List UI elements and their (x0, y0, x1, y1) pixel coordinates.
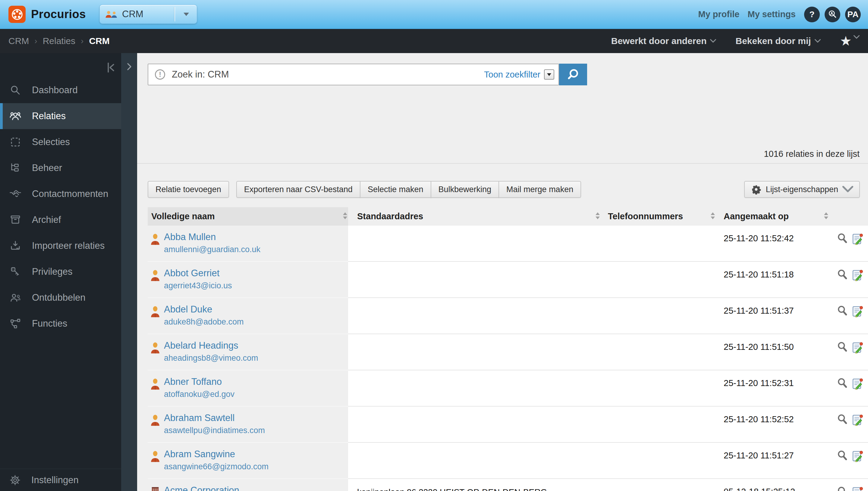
edit-record-button[interactable] (852, 305, 863, 317)
crm-people-icon (104, 10, 119, 19)
edit-record-button[interactable] (852, 450, 863, 462)
column-header-volledige-naam[interactable]: Volledige naam (151, 211, 215, 221)
help-button[interactable]: ? (804, 7, 820, 22)
view-record-button[interactable] (837, 305, 848, 317)
main-content: ! Zoek in: CRM Toon zoekfilter 1016 rela… (137, 53, 868, 491)
breadcrumb-item-relaties[interactable]: Relaties (43, 36, 75, 46)
table-header: Volledige naam Standaardadres Telefoonnu… (148, 207, 868, 226)
sidebar-item-archief[interactable]: Archief (0, 207, 121, 233)
view-record-button[interactable] (837, 232, 848, 245)
sidebar-item-label: Functies (32, 318, 67, 329)
my-settings-link[interactable]: My settings (747, 9, 796, 19)
sort-icon[interactable] (824, 212, 828, 219)
table-row: Abdel Duke aduke8h@adobe.com 25-11-20 11… (148, 298, 868, 334)
sidebar-item-functies[interactable]: Functies (0, 311, 121, 337)
expand-panel-button[interactable] (125, 62, 134, 71)
sidebar-item-label: Ontdubbelen (32, 292, 86, 303)
bewerkt-door-anderen-dropdown[interactable]: Bewerkt door anderen (611, 36, 716, 46)
chevron-down-icon (710, 39, 716, 43)
avatar[interactable]: PA (845, 7, 861, 22)
row-actions (837, 268, 863, 281)
relation-email-link[interactable]: amullenni@guardian.co.uk (164, 245, 260, 254)
app-selector-dropdown[interactable]: CRM (99, 4, 197, 24)
view-record-button[interactable] (837, 486, 848, 491)
sidebar-item-importeer[interactable]: Importeer relaties (0, 233, 121, 259)
chevron-down-icon (815, 39, 821, 43)
edit-record-button[interactable] (852, 268, 863, 281)
sidebar-item-selecties[interactable]: Selecties (0, 129, 121, 155)
sidebar-item-beheer[interactable]: Beheer (0, 155, 121, 181)
breadcrumb-actions: Bewerkt door anderenBekeken door mij ★ (611, 35, 860, 47)
relation-email-link[interactable]: atoffanoku@ed.gov (164, 389, 235, 399)
view-record-button[interactable] (837, 268, 848, 281)
edit-record-button[interactable] (852, 413, 863, 426)
privileges-icon (9, 265, 22, 278)
favorites-button[interactable]: ★ (840, 35, 860, 47)
relation-name-link[interactable]: Acme Corporation (164, 485, 291, 491)
edit-record-button[interactable] (852, 232, 863, 245)
search-input[interactable]: ! Zoek in: CRM Toon zoekfilter (148, 64, 559, 85)
bulkbewerking-button[interactable]: Bulkbewerking (431, 181, 499, 198)
view-record-button[interactable] (837, 413, 848, 426)
column-header-standaardadres[interactable]: Standaardadres (357, 211, 423, 221)
sidebar-item-label: Contactmomenten (32, 189, 108, 199)
relation-name-link[interactable]: Abram Sangwine (164, 449, 269, 460)
procurios-logo[interactable] (8, 6, 26, 23)
view-record-button[interactable] (837, 450, 848, 462)
relation-email-link[interactable]: aduke8h@adobe.com (164, 317, 244, 327)
relation-email-link[interactable]: aheadingsb8@vimeo.com (164, 353, 258, 363)
alert-icon: ! (155, 69, 165, 80)
sort-icon[interactable] (595, 212, 600, 219)
sidebar-item-contactmomenten[interactable]: Contactmomenten (0, 181, 121, 207)
relation-name-link[interactable]: Abraham Sawtell (164, 412, 265, 424)
row-background (348, 407, 868, 443)
view-record-button[interactable] (837, 377, 848, 389)
created-cell: 25-11-20 11:51:37 (724, 306, 794, 316)
sort-icon[interactable] (343, 212, 347, 219)
dashboard-icon (9, 84, 22, 96)
sidebar-item-dashboard[interactable]: Dashboard (0, 77, 121, 103)
column-header-aangemaakt-op[interactable]: Aangemaakt op (724, 211, 789, 221)
relation-name-link[interactable]: Abner Toffano (164, 376, 235, 387)
column-header-telefoonnummers[interactable]: Telefoonnummers (608, 211, 683, 221)
user-search-button[interactable] (825, 7, 840, 22)
person-icon (150, 305, 160, 318)
sidebar-item-ontdubbelen[interactable]: Ontdubbelen (0, 285, 121, 311)
relation-name-link[interactable]: Abba Mullen (164, 232, 260, 242)
created-cell: 25-11-20 11:52:52 (724, 414, 794, 424)
top-bar: Procurios CRM My profileMy settings ? PA (0, 0, 868, 29)
relation-name-link[interactable]: Abbot Gerriet (164, 268, 232, 279)
sidebar-item-relaties[interactable]: Relaties (0, 103, 121, 129)
relation-email-link[interactable]: asawtellpu@indiatimes.com (164, 426, 265, 435)
breadcrumb-separator: › (81, 36, 84, 46)
exporteren-naar-csv-bestand-button[interactable]: Exporteren naar CSV-bestand (236, 181, 361, 198)
mail-merge-maken-button[interactable]: Mail merge maken (498, 181, 581, 198)
sidebar-collapse-button[interactable] (104, 61, 118, 74)
sidebar-item-instellingen[interactable]: Instellingen (0, 469, 121, 491)
edit-record-button[interactable] (852, 341, 863, 353)
bekeken-door-mij-dropdown[interactable]: Bekeken door mij (735, 36, 820, 46)
relation-email-link[interactable]: asangwine66@gizmodo.com (164, 462, 269, 471)
relation-name-link[interactable]: Abelard Headings (164, 340, 258, 351)
view-record-button[interactable] (837, 341, 848, 353)
add-relation-button[interactable]: Relatie toevoegen (148, 181, 229, 198)
toggle-search-filter-link[interactable]: Toon zoekfilter (484, 70, 540, 80)
name-cell: Abram Sangwine asangwine66@gizmodo.com (148, 443, 348, 479)
filter-dropdown-button[interactable] (544, 69, 554, 80)
list-action-group: Exporteren naar CSV-bestandSelectie make… (236, 181, 581, 198)
list-properties-button[interactable]: Lijst-eigenschappen (744, 181, 860, 198)
selectie-maken-button[interactable]: Selectie maken (360, 181, 431, 198)
edit-record-button[interactable] (852, 486, 863, 491)
row-background (348, 370, 868, 407)
edit-record-button[interactable] (852, 377, 863, 389)
my-profile-link[interactable]: My profile (698, 9, 740, 19)
search-button[interactable] (559, 64, 587, 85)
breadcrumb-item-crm[interactable]: CRM (8, 36, 29, 46)
sort-icon[interactable] (711, 212, 715, 219)
gear-icon (751, 184, 762, 195)
relation-name-link[interactable]: Abdel Duke (164, 304, 244, 315)
caret-down-icon (184, 13, 189, 16)
sidebar-item-privileges[interactable]: Privileges (0, 259, 121, 285)
relation-email-link[interactable]: agerriet43@icio.us (164, 281, 232, 290)
dropdown-label: Bekeken door mij (735, 36, 811, 46)
